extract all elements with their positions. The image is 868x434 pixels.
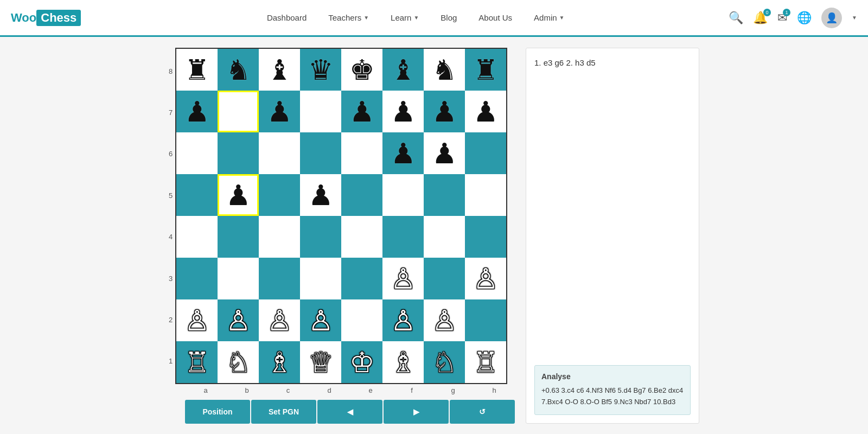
cell-b7[interactable] xyxy=(218,91,259,132)
set-pgn-button[interactable]: Set PGN xyxy=(251,400,316,424)
cell-e5[interactable] xyxy=(341,174,382,216)
cell-c6[interactable] xyxy=(259,132,300,174)
cell-f1[interactable]: ♗ xyxy=(382,341,424,383)
cell-d4[interactable] xyxy=(300,216,341,258)
cell-h8[interactable]: ♜ xyxy=(465,49,506,91)
globe-icon[interactable]: 🌐 xyxy=(797,11,812,25)
cell-f6[interactable]: ♟ xyxy=(382,132,424,174)
cell-e6[interactable] xyxy=(341,132,382,174)
nav-label-learn: Learn xyxy=(391,13,411,22)
nav-label-teachers: Teachers xyxy=(328,13,361,22)
cell-g3[interactable] xyxy=(424,258,465,299)
cell-c1[interactable]: ♗ xyxy=(259,341,300,383)
nav-label-dashboard: Dashboard xyxy=(267,13,307,22)
cell-g6[interactable]: ♟ xyxy=(424,132,465,174)
board-wrapper: 87654321 ♜♞♝♛♚♝♞♜♟♟♟♟♟♟♟♟♟♟♙♙♙♙♙♙♙♙♖♘♗♕♔… xyxy=(169,48,507,384)
cell-d1[interactable]: ♕ xyxy=(300,341,341,383)
cell-g4[interactable] xyxy=(424,216,465,258)
cell-c5[interactable] xyxy=(259,174,300,216)
cell-f8[interactable]: ♝ xyxy=(382,49,424,91)
cell-d6[interactable] xyxy=(300,132,341,174)
nav-item-teachers[interactable]: Teachers▼ xyxy=(326,13,372,22)
cell-d7[interactable] xyxy=(300,91,341,132)
cell-e3[interactable] xyxy=(341,258,382,299)
cell-a4[interactable] xyxy=(176,216,218,258)
cell-e4[interactable] xyxy=(341,216,382,258)
nav-item-blog[interactable]: Blog xyxy=(438,13,459,22)
nav-label-blog: Blog xyxy=(441,13,457,22)
cell-a2[interactable]: ♙ xyxy=(176,299,218,341)
piece-b1: ♘ xyxy=(226,348,251,376)
cell-b5[interactable]: ♟ xyxy=(218,174,259,216)
prev-button[interactable]: ◀ xyxy=(317,400,382,424)
moves-text: 1. e3 g6 2. h3 d5 xyxy=(534,56,691,69)
position-button[interactable]: Position xyxy=(185,400,250,424)
piece-g7: ♟ xyxy=(432,98,457,126)
cell-f4[interactable] xyxy=(382,216,424,258)
nav-item-admin[interactable]: Admin▼ xyxy=(531,13,567,22)
piece-e1: ♔ xyxy=(349,348,375,376)
cell-e1[interactable]: ♔ xyxy=(341,341,382,383)
board-buttons: PositionSet PGN◀▶↺ xyxy=(185,400,515,424)
nav-item-dashboard[interactable]: Dashboard xyxy=(264,13,309,22)
file-labels: abcdefgh xyxy=(185,384,515,394)
piece-f2: ♙ xyxy=(391,307,416,335)
cell-b3[interactable] xyxy=(218,258,259,299)
avatar[interactable]: 👤 xyxy=(821,8,842,28)
cell-a3[interactable] xyxy=(176,258,218,299)
cell-f5[interactable] xyxy=(382,174,424,216)
reset-button[interactable]: ↺ xyxy=(450,400,515,424)
cell-e7[interactable]: ♟ xyxy=(341,91,382,132)
cell-e8[interactable]: ♚ xyxy=(341,49,382,91)
nav-item-learn[interactable]: Learn▼ xyxy=(388,13,422,22)
next-button[interactable]: ▶ xyxy=(384,400,449,424)
search-icon[interactable]: 🔍 xyxy=(729,11,743,25)
file-label-d: d xyxy=(309,386,350,394)
cell-a1[interactable]: ♖ xyxy=(176,341,218,383)
cell-a8[interactable]: ♜ xyxy=(176,49,218,91)
cell-h3[interactable]: ♙ xyxy=(465,258,506,299)
cell-g2[interactable]: ♙ xyxy=(424,299,465,341)
cell-b8[interactable]: ♞ xyxy=(218,49,259,91)
cell-h6[interactable] xyxy=(465,132,506,174)
cell-a7[interactable]: ♟ xyxy=(176,91,218,132)
main-nav: DashboardTeachers▼Learn▼BlogAbout UsAdmi… xyxy=(103,13,729,22)
cell-e2[interactable] xyxy=(341,299,382,341)
messages-icon[interactable]: ✉ 1 xyxy=(777,11,787,25)
cell-g8[interactable]: ♞ xyxy=(424,49,465,91)
cell-b2[interactable]: ♙ xyxy=(218,299,259,341)
cell-h4[interactable] xyxy=(465,216,506,258)
cell-c3[interactable] xyxy=(259,258,300,299)
cell-f3[interactable]: ♙ xyxy=(382,258,424,299)
cell-f7[interactable]: ♟ xyxy=(382,91,424,132)
cell-c2[interactable]: ♙ xyxy=(259,299,300,341)
cell-g1[interactable]: ♘ xyxy=(424,341,465,383)
cell-b4[interactable] xyxy=(218,216,259,258)
cell-c4[interactable] xyxy=(259,216,300,258)
cell-g7[interactable]: ♟ xyxy=(424,91,465,132)
cell-a6[interactable] xyxy=(176,132,218,174)
piece-a1: ♖ xyxy=(184,348,210,376)
cell-a5[interactable] xyxy=(176,174,218,216)
notifications-icon[interactable]: 🔔 0 xyxy=(753,11,768,25)
cell-h7[interactable]: ♟ xyxy=(465,91,506,132)
cell-h2[interactable] xyxy=(465,299,506,341)
cell-f2[interactable]: ♙ xyxy=(382,299,424,341)
cell-d3[interactable] xyxy=(300,258,341,299)
cell-h5[interactable] xyxy=(465,174,506,216)
nav-item-about-us[interactable]: About Us xyxy=(476,13,515,22)
cell-d8[interactable]: ♛ xyxy=(300,49,341,91)
cell-b1[interactable]: ♘ xyxy=(218,341,259,383)
file-label-b: b xyxy=(226,386,267,394)
cell-c7[interactable]: ♟ xyxy=(259,91,300,132)
cell-b6[interactable] xyxy=(218,132,259,174)
nav-chevron-teachers: ▼ xyxy=(363,15,369,21)
cell-g5[interactable] xyxy=(424,174,465,216)
cell-d2[interactable]: ♙ xyxy=(300,299,341,341)
cell-c8[interactable]: ♝ xyxy=(259,49,300,91)
rank-label-4: 4 xyxy=(169,216,173,258)
cell-h1[interactable]: ♖ xyxy=(465,341,506,383)
rank-label-6: 6 xyxy=(169,133,173,175)
logo[interactable]: Woo Chess xyxy=(11,10,81,26)
cell-d5[interactable]: ♟ xyxy=(300,174,341,216)
